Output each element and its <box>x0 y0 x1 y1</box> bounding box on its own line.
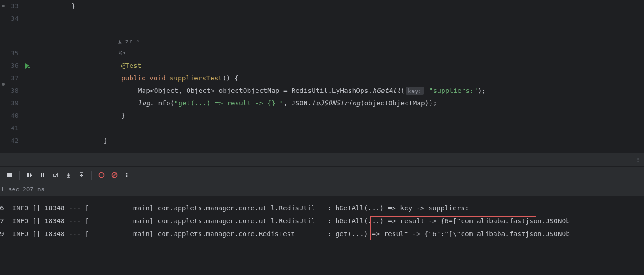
string-literal: "get(...) => result -> {} " <box>174 99 283 107</box>
code-text: ); <box>478 87 486 94</box>
download-button[interactable] <box>63 169 75 181</box>
code-text: { <box>234 74 238 82</box>
keyword: void <box>150 74 166 82</box>
svg-point-7 <box>99 172 104 177</box>
resume-button[interactable] <box>24 169 36 181</box>
gutter-marks <box>22 0 35 153</box>
vcs-change-marker <box>2 5 5 7</box>
status-line: l sec 207 ms <box>0 183 644 196</box>
line-number: 40 <box>0 110 19 122</box>
log-line: 6 INFO [] 18348 --- [ main] com.applets.… <box>0 202 644 214</box>
stop-button[interactable] <box>4 169 16 181</box>
code-editor[interactable]: 33 34 35 36 37 38 39 40 41 42 <box>0 0 644 153</box>
line-number: 36 <box>11 62 19 69</box>
line-number: 38 <box>0 85 19 97</box>
author-annotation-icon: ▲ <box>118 38 125 45</box>
svg-rect-6 <box>43 173 44 177</box>
more-options-icon[interactable]: ⋯ <box>634 157 643 163</box>
line-number: 35 <box>0 47 19 60</box>
usages-annotation-icon[interactable]: ⤭▾ <box>118 49 126 56</box>
log-line: 7 INFO [] 18348 --- [ main] com.applets.… <box>0 214 644 227</box>
code-text: ( <box>400 87 405 94</box>
method-call: hGetAll <box>372 87 400 94</box>
debug-toolbar: ⋯ <box>0 166 644 183</box>
code-content[interactable]: } ▲ zr * ⤭▾ @Test public void suppliersT… <box>35 0 644 153</box>
log-line: 9 INFO [] 18348 --- [ main] com.applets.… <box>0 227 644 240</box>
method-call: toJSONString <box>312 99 360 107</box>
code-text: } <box>104 137 108 144</box>
svg-marker-4 <box>30 173 32 177</box>
pause-button[interactable] <box>37 169 49 181</box>
line-number: 42 <box>0 134 19 147</box>
svg-rect-2 <box>7 173 12 177</box>
code-text: , JSON. <box>283 99 312 107</box>
method-name: suppliersTest <box>170 74 223 82</box>
vcs-change-marker <box>2 83 5 86</box>
code-text: (objectObjectMap)); <box>360 99 437 107</box>
restart-button[interactable] <box>50 169 62 181</box>
more-icon[interactable]: ⋯ <box>121 169 133 181</box>
keyword: public <box>121 74 145 82</box>
upload-button[interactable] <box>75 169 88 181</box>
string-literal: "suppliers:" <box>429 87 478 94</box>
line-number-gutter: 33 34 35 36 37 38 39 40 41 42 <box>0 0 22 153</box>
variable: log <box>138 99 150 107</box>
panel-separator[interactable]: ⋯ <box>0 153 644 166</box>
line-number: 39 <box>0 97 19 110</box>
svg-rect-3 <box>27 173 29 177</box>
code-text: () <box>222 74 230 82</box>
disable-breakpoint-icon[interactable] <box>108 169 120 181</box>
param-hint: key: <box>406 87 424 95</box>
annotation: @Test <box>121 62 142 69</box>
breakpoint-icon[interactable] <box>95 169 107 181</box>
code-text: } <box>121 112 125 119</box>
svg-rect-5 <box>41 173 42 177</box>
author-annotation: zr * <box>125 38 139 45</box>
line-number: 41 <box>0 122 19 134</box>
line-number: 34 <box>0 12 19 25</box>
code-text: } <box>55 2 75 10</box>
run-test-icon[interactable] <box>24 62 31 70</box>
code-text: .info( <box>150 99 174 107</box>
elapsed-time: l sec 207 ms <box>1 186 44 193</box>
code-text: Map<Object, Object> objectObjectMap = Re… <box>138 87 372 94</box>
console-output[interactable]: 6 INFO [] 18348 --- [ main] com.applets.… <box>0 196 644 275</box>
